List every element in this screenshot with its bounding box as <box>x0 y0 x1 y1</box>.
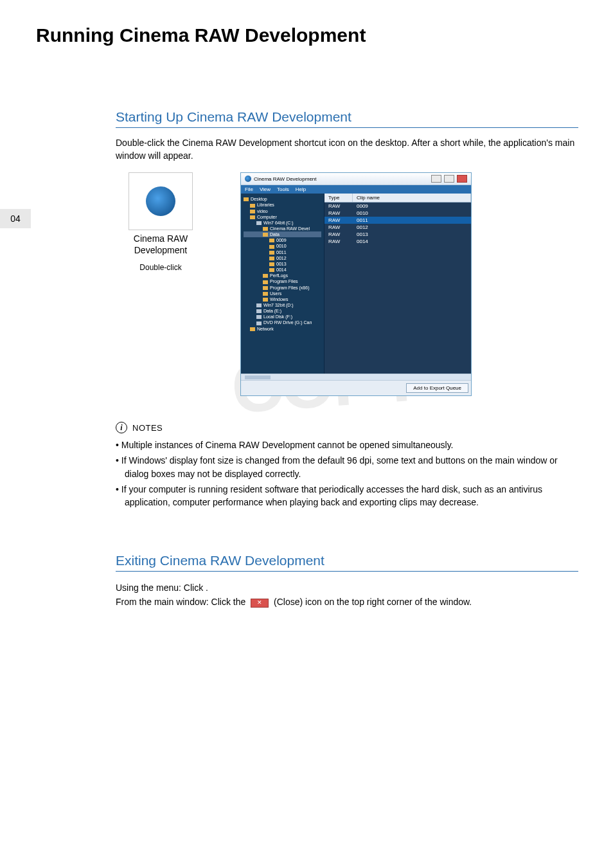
tree-node[interactable]: 0012 <box>244 255 321 261</box>
folder-icon <box>269 251 274 255</box>
folder-icon <box>263 227 268 231</box>
menu-help[interactable]: Help <box>296 186 306 192</box>
disk-icon <box>256 309 262 313</box>
folder-icon <box>269 262 274 266</box>
notes-list: Multiple instances of Cinema RAW Develop… <box>116 439 578 509</box>
tree-node[interactable]: Win7 32bit (D:) <box>244 302 321 308</box>
section-start-heading: Starting Up Cinema RAW Development <box>116 109 578 128</box>
tree-node[interactable]: DVD RW Drive (G:) Can <box>244 320 321 325</box>
tree-node[interactable]: Program Files (x86) <box>244 285 321 291</box>
folder-icon <box>269 245 274 249</box>
menu-view[interactable]: View <box>260 186 271 192</box>
tree-node[interactable]: 0011 <box>244 249 321 255</box>
info-icon: i <box>116 422 127 433</box>
clip-list[interactable]: Type Clip name RAW0009RAW0010RAW0011RAW0… <box>324 194 471 374</box>
tree-node[interactable]: PerfLogs <box>244 273 321 278</box>
tree-node[interactable]: Data (E:) <box>244 308 321 314</box>
tree-node[interactable]: 0014 <box>244 267 321 273</box>
disc-icon <box>256 321 262 325</box>
disk-icon <box>256 315 262 319</box>
app-icon <box>245 176 251 182</box>
folder-icon <box>269 268 274 272</box>
note-item: Multiple instances of Cinema RAW Develop… <box>116 439 578 451</box>
list-header: Type Clip name <box>324 194 471 203</box>
exit-line-1: Using the menu: Click . <box>116 581 578 595</box>
folder-icon <box>263 286 268 290</box>
close-button[interactable] <box>457 175 467 183</box>
list-row[interactable]: RAW0014 <box>324 238 471 245</box>
maximize-button[interactable] <box>444 175 454 183</box>
list-row[interactable]: RAW0010 <box>324 210 471 217</box>
list-row[interactable]: RAW0011 <box>324 217 471 224</box>
notes-label: NOTES <box>132 423 163 433</box>
shortcut-caption: Double-click <box>116 263 206 272</box>
note-item: If Windows' display font size is changed… <box>116 454 578 480</box>
folder-icon <box>269 257 274 260</box>
page-number: 04 <box>0 209 31 228</box>
disk-icon <box>256 221 262 225</box>
list-row[interactable]: RAW0012 <box>324 224 471 231</box>
folder-icon <box>263 280 268 284</box>
disk-icon <box>256 303 262 307</box>
tree-scrollbar[interactable] <box>241 374 471 380</box>
list-row[interactable]: RAW0013 <box>324 231 471 238</box>
menu-tools[interactable]: Tools <box>277 186 289 192</box>
note-item: If your computer is running resident sof… <box>116 483 578 509</box>
window-title: Cinema RAW Development <box>254 176 317 182</box>
tree-node[interactable]: Desktop <box>244 196 321 202</box>
titlebar: Cinema RAW Development <box>241 173 471 185</box>
page-title: Running Cinema RAW Development <box>36 24 366 46</box>
shortcut-block: Cinema RAW Development Double-click <box>116 172 206 396</box>
tree-node[interactable]: Win7 64bit (C:) <box>244 220 321 226</box>
folder-icon <box>250 210 255 213</box>
folder-icon <box>263 292 268 296</box>
tree-node[interactable]: Network <box>244 326 321 332</box>
add-to-export-queue-button[interactable]: Add to Export Queue <box>406 383 468 393</box>
tree-node[interactable]: video <box>244 208 321 214</box>
minimize-button[interactable] <box>431 175 441 183</box>
shortcut-icon <box>129 172 193 230</box>
col-type[interactable]: Type <box>324 194 353 202</box>
list-row[interactable]: RAW0009 <box>324 203 471 210</box>
tree-node[interactable]: Users <box>244 291 321 296</box>
folder-tree[interactable]: DesktopLibrariesvideoComputerWin7 64bit … <box>241 194 324 374</box>
folder-icon <box>263 298 268 302</box>
tree-node[interactable]: 0009 <box>244 237 321 243</box>
tree-node[interactable]: Data <box>244 231 321 237</box>
app-main-window: Cinema RAW Development File View Tools H… <box>240 172 472 396</box>
close-icon <box>251 599 269 608</box>
tree-node[interactable]: Windows <box>244 296 321 302</box>
tree-node[interactable]: 0010 <box>244 243 321 249</box>
folder-icon <box>263 274 268 278</box>
tree-node[interactable]: Local Disk (F:) <box>244 314 321 320</box>
col-clipname[interactable]: Clip name <box>353 194 471 202</box>
exit-line-2: From the main window: Click the (Close) … <box>116 595 578 609</box>
tree-node[interactable]: Cinema RAW Devel <box>244 226 321 231</box>
shortcut-label: Cinema RAW Development <box>116 233 206 256</box>
app-lens-icon <box>146 186 175 216</box>
folder-icon <box>250 204 255 208</box>
folder-icon <box>269 239 274 242</box>
folder-icon <box>263 233 268 237</box>
desktop-icon <box>244 197 249 201</box>
section-exit-heading: Exiting Cinema RAW Development <box>116 553 578 572</box>
tree-node[interactable]: Libraries <box>244 202 321 208</box>
tree-node[interactable]: Program Files <box>244 278 321 284</box>
menu-file[interactable]: File <box>245 186 253 192</box>
tree-node[interactable]: 0013 <box>244 261 321 267</box>
tree-node[interactable]: Computer <box>244 214 321 220</box>
section-start-body: Double-click the Cinema RAW Development … <box>116 137 578 162</box>
menubar: File View Tools Help <box>241 185 471 194</box>
computer-icon <box>250 215 255 219</box>
network-icon <box>250 327 255 331</box>
